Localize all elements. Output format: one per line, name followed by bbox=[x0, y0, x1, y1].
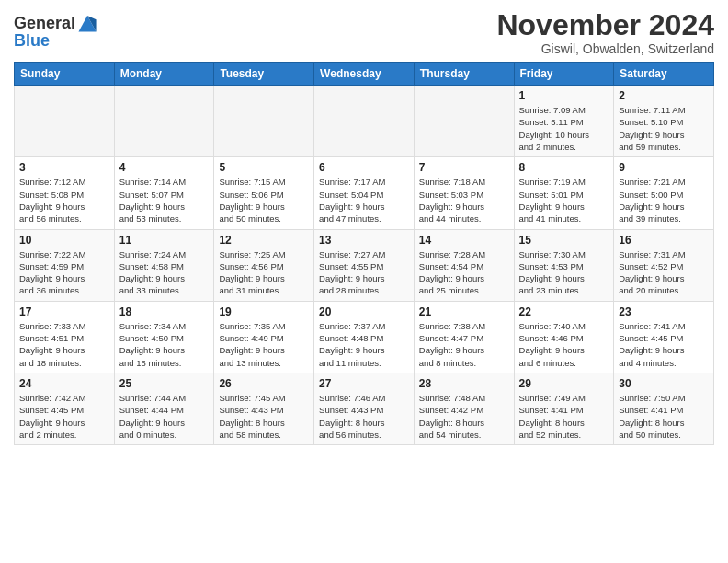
logo: General Blue bbox=[14, 13, 97, 51]
day-info: Sunrise: 7:12 AM Sunset: 5:08 PM Dayligh… bbox=[19, 176, 109, 224]
week-row-4: 17Sunrise: 7:33 AM Sunset: 4:51 PM Dayli… bbox=[15, 301, 714, 373]
day-info: Sunrise: 7:35 AM Sunset: 4:49 PM Dayligh… bbox=[219, 320, 309, 369]
day-number: 6 bbox=[319, 161, 409, 174]
weekday-tuesday: Tuesday bbox=[214, 63, 314, 86]
day-info: Sunrise: 7:37 AM Sunset: 4:48 PM Dayligh… bbox=[319, 320, 409, 369]
week-row-2: 3Sunrise: 7:12 AM Sunset: 5:08 PM Daylig… bbox=[15, 157, 714, 229]
day-cell: 23Sunrise: 7:41 AM Sunset: 4:45 PM Dayli… bbox=[614, 301, 714, 373]
day-cell: 27Sunrise: 7:46 AM Sunset: 4:43 PM Dayli… bbox=[314, 373, 415, 444]
day-cell: 5Sunrise: 7:15 AM Sunset: 5:06 PM Daylig… bbox=[214, 157, 314, 229]
week-row-3: 10Sunrise: 7:22 AM Sunset: 4:59 PM Dayli… bbox=[15, 229, 714, 301]
day-cell: 13Sunrise: 7:27 AM Sunset: 4:55 PM Dayli… bbox=[314, 229, 415, 301]
day-cell: 17Sunrise: 7:33 AM Sunset: 4:51 PM Dayli… bbox=[15, 301, 115, 373]
day-cell: 25Sunrise: 7:44 AM Sunset: 4:44 PM Dayli… bbox=[114, 373, 214, 444]
day-cell: 28Sunrise: 7:48 AM Sunset: 4:42 PM Dayli… bbox=[414, 373, 514, 444]
weekday-header-row: SundayMondayTuesdayWednesdayThursdayFrid… bbox=[15, 63, 714, 86]
day-info: Sunrise: 7:14 AM Sunset: 5:07 PM Dayligh… bbox=[119, 176, 210, 224]
day-number: 10 bbox=[19, 234, 109, 247]
day-cell bbox=[214, 86, 314, 157]
day-number: 20 bbox=[319, 305, 409, 318]
weekday-saturday: Saturday bbox=[614, 63, 714, 86]
day-info: Sunrise: 7:24 AM Sunset: 4:58 PM Dayligh… bbox=[119, 248, 210, 297]
month-title: November 2024 bbox=[496, 9, 714, 41]
day-cell bbox=[15, 86, 115, 157]
day-number: 17 bbox=[19, 305, 109, 318]
weekday-wednesday: Wednesday bbox=[314, 63, 415, 86]
day-info: Sunrise: 7:49 AM Sunset: 4:41 PM Dayligh… bbox=[519, 392, 609, 441]
day-number: 5 bbox=[219, 161, 309, 174]
page: General Blue November 2024 Giswil, Obwal… bbox=[0, 0, 728, 454]
day-number: 24 bbox=[19, 377, 109, 390]
weekday-thursday: Thursday bbox=[414, 63, 514, 86]
day-number: 27 bbox=[319, 377, 409, 390]
day-cell: 11Sunrise: 7:24 AM Sunset: 4:58 PM Dayli… bbox=[114, 229, 214, 301]
day-number: 7 bbox=[419, 161, 509, 174]
day-number: 1 bbox=[519, 89, 609, 102]
day-cell: 7Sunrise: 7:18 AM Sunset: 5:03 PM Daylig… bbox=[414, 157, 514, 229]
day-number: 15 bbox=[519, 234, 609, 247]
day-number: 19 bbox=[219, 305, 309, 318]
day-info: Sunrise: 7:45 AM Sunset: 4:43 PM Dayligh… bbox=[219, 392, 309, 441]
day-cell: 22Sunrise: 7:40 AM Sunset: 4:46 PM Dayli… bbox=[514, 301, 614, 373]
day-cell: 15Sunrise: 7:30 AM Sunset: 4:53 PM Dayli… bbox=[514, 229, 614, 301]
day-cell: 29Sunrise: 7:49 AM Sunset: 4:41 PM Dayli… bbox=[514, 373, 614, 444]
day-cell: 18Sunrise: 7:34 AM Sunset: 4:50 PM Dayli… bbox=[114, 301, 214, 373]
day-info: Sunrise: 7:42 AM Sunset: 4:45 PM Dayligh… bbox=[19, 392, 109, 441]
day-info: Sunrise: 7:18 AM Sunset: 5:03 PM Dayligh… bbox=[419, 176, 509, 224]
day-number: 9 bbox=[619, 161, 709, 174]
day-info: Sunrise: 7:44 AM Sunset: 4:44 PM Dayligh… bbox=[119, 392, 210, 441]
day-info: Sunrise: 7:46 AM Sunset: 4:43 PM Dayligh… bbox=[319, 392, 409, 441]
day-info: Sunrise: 7:17 AM Sunset: 5:04 PM Dayligh… bbox=[319, 176, 409, 224]
day-number: 4 bbox=[119, 161, 210, 174]
day-number: 18 bbox=[119, 305, 210, 318]
week-row-1: 1Sunrise: 7:09 AM Sunset: 5:11 PM Daylig… bbox=[15, 86, 714, 157]
logo-blue: Blue bbox=[14, 31, 97, 51]
day-cell: 10Sunrise: 7:22 AM Sunset: 4:59 PM Dayli… bbox=[15, 229, 115, 301]
day-number: 21 bbox=[419, 305, 509, 318]
day-cell: 16Sunrise: 7:31 AM Sunset: 4:52 PM Dayli… bbox=[614, 229, 714, 301]
calendar: SundayMondayTuesdayWednesdayThursdayFrid… bbox=[14, 62, 714, 445]
day-cell: 3Sunrise: 7:12 AM Sunset: 5:08 PM Daylig… bbox=[15, 157, 115, 229]
day-cell bbox=[314, 86, 415, 157]
day-cell: 26Sunrise: 7:45 AM Sunset: 4:43 PM Dayli… bbox=[214, 373, 314, 444]
day-number: 14 bbox=[419, 234, 509, 247]
day-info: Sunrise: 7:40 AM Sunset: 4:46 PM Dayligh… bbox=[519, 320, 609, 369]
day-info: Sunrise: 7:21 AM Sunset: 5:00 PM Dayligh… bbox=[619, 176, 709, 224]
day-info: Sunrise: 7:11 AM Sunset: 5:10 PM Dayligh… bbox=[619, 104, 709, 153]
day-info: Sunrise: 7:30 AM Sunset: 4:53 PM Dayligh… bbox=[519, 248, 609, 297]
weekday-friday: Friday bbox=[514, 63, 614, 86]
day-info: Sunrise: 7:50 AM Sunset: 4:41 PM Dayligh… bbox=[619, 392, 709, 441]
weekday-sunday: Sunday bbox=[15, 63, 115, 86]
day-cell: 12Sunrise: 7:25 AM Sunset: 4:56 PM Dayli… bbox=[214, 229, 314, 301]
day-info: Sunrise: 7:34 AM Sunset: 4:50 PM Dayligh… bbox=[119, 320, 210, 369]
day-number: 11 bbox=[119, 234, 210, 247]
day-cell: 21Sunrise: 7:38 AM Sunset: 4:47 PM Dayli… bbox=[414, 301, 514, 373]
day-cell: 2Sunrise: 7:11 AM Sunset: 5:10 PM Daylig… bbox=[614, 86, 714, 157]
day-info: Sunrise: 7:41 AM Sunset: 4:45 PM Dayligh… bbox=[619, 320, 709, 369]
day-cell: 6Sunrise: 7:17 AM Sunset: 5:04 PM Daylig… bbox=[314, 157, 415, 229]
header: General Blue November 2024 Giswil, Obwal… bbox=[14, 9, 714, 56]
day-info: Sunrise: 7:33 AM Sunset: 4:51 PM Dayligh… bbox=[19, 320, 109, 369]
day-cell: 9Sunrise: 7:21 AM Sunset: 5:00 PM Daylig… bbox=[614, 157, 714, 229]
day-number: 29 bbox=[519, 377, 609, 390]
title-block: November 2024 Giswil, Obwalden, Switzerl… bbox=[496, 9, 714, 56]
day-number: 13 bbox=[319, 234, 409, 247]
day-cell: 24Sunrise: 7:42 AM Sunset: 4:45 PM Dayli… bbox=[15, 373, 115, 444]
day-cell: 8Sunrise: 7:19 AM Sunset: 5:01 PM Daylig… bbox=[514, 157, 614, 229]
day-info: Sunrise: 7:27 AM Sunset: 4:55 PM Dayligh… bbox=[319, 248, 409, 297]
day-info: Sunrise: 7:38 AM Sunset: 4:47 PM Dayligh… bbox=[419, 320, 509, 369]
day-info: Sunrise: 7:19 AM Sunset: 5:01 PM Dayligh… bbox=[519, 176, 609, 224]
day-cell: 1Sunrise: 7:09 AM Sunset: 5:11 PM Daylig… bbox=[514, 86, 614, 157]
logo-icon bbox=[77, 13, 97, 33]
day-number: 2 bbox=[619, 89, 709, 102]
weekday-monday: Monday bbox=[114, 63, 214, 86]
day-info: Sunrise: 7:31 AM Sunset: 4:52 PM Dayligh… bbox=[619, 248, 709, 297]
day-info: Sunrise: 7:15 AM Sunset: 5:06 PM Dayligh… bbox=[219, 176, 309, 224]
day-cell: 4Sunrise: 7:14 AM Sunset: 5:07 PM Daylig… bbox=[114, 157, 214, 229]
day-number: 22 bbox=[519, 305, 609, 318]
day-number: 30 bbox=[619, 377, 709, 390]
day-number: 8 bbox=[519, 161, 609, 174]
day-info: Sunrise: 7:48 AM Sunset: 4:42 PM Dayligh… bbox=[419, 392, 509, 441]
day-cell: 20Sunrise: 7:37 AM Sunset: 4:48 PM Dayli… bbox=[314, 301, 415, 373]
day-number: 28 bbox=[419, 377, 509, 390]
